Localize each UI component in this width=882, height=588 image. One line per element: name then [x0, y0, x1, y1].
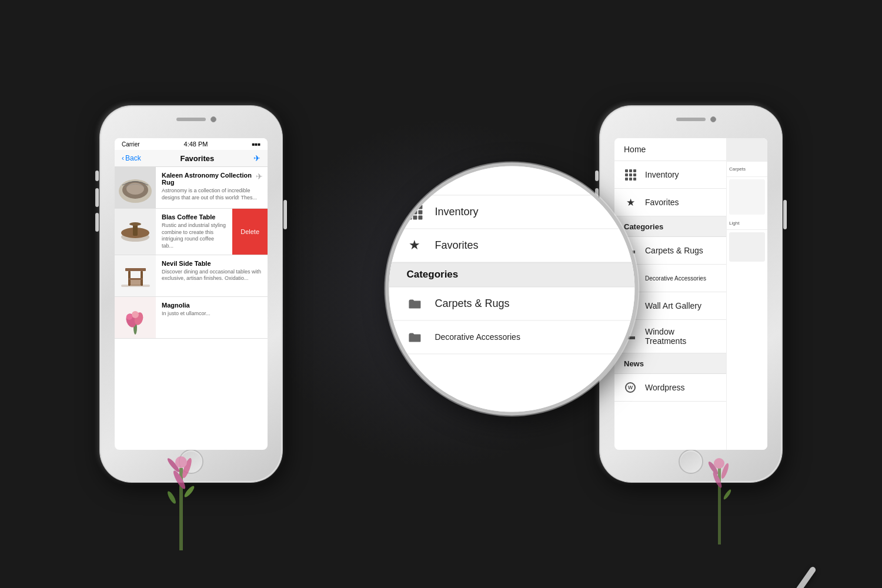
item-content: Magnolia In justo et ullamcor...: [156, 297, 268, 338]
back-label: Back: [125, 154, 141, 162]
item-description: Rustic and industrial styling combine to…: [162, 222, 226, 250]
list-item: Blas Coffee Table Rustic and industrial …: [115, 209, 268, 255]
wall-art-label: Wall Art Gallery: [645, 301, 701, 310]
mag-decorative-label: Decorative Accessories: [435, 332, 520, 342]
item-content: Blas Coffee Table Rustic and industrial …: [156, 209, 232, 255]
svg-rect-7: [125, 268, 146, 271]
mag-inventory-label: Inventory: [435, 206, 478, 218]
item-description: Astronomy is a collection of incredible …: [162, 188, 262, 201]
volume-up-button[interactable]: [95, 188, 99, 207]
scene: Carrier 4:48 PM ■■■ ‹ Back Favorites ✈: [29, 18, 853, 570]
front-camera-right: [710, 116, 716, 122]
item-content: Nevil Side Table Discover dining and occ…: [156, 255, 268, 296]
magnifier-menu: Home Inventory ★: [389, 166, 634, 412]
carrier-label: Carrier: [122, 141, 140, 148]
speaker-right: [676, 118, 706, 121]
svg-rect-12: [121, 285, 150, 287]
list-item: Nevil Side Table Discover dining and occ…: [115, 255, 268, 297]
share-icon[interactable]: ✈: [253, 153, 260, 163]
carpets-label: Carpets & Rugs: [645, 246, 703, 255]
time-label: 4:48 PM: [184, 141, 208, 148]
battery-icon: ■■■: [252, 142, 261, 147]
svg-point-17: [126, 314, 132, 320]
mute-button[interactable]: [95, 171, 99, 181]
svg-point-2: [126, 183, 144, 195]
mag-categories-header: Categories: [389, 262, 634, 287]
speaker: [176, 118, 206, 121]
power-button-right[interactable]: [783, 200, 787, 229]
share-item-icon[interactable]: ✈: [256, 172, 263, 181]
item-description: Discover dining and occasional tables wi…: [162, 269, 262, 282]
decorative-label: Decorative Accessories: [645, 275, 706, 282]
item-image: [115, 297, 156, 338]
delete-button[interactable]: Delete: [232, 209, 268, 255]
mag-favorites-label: Favorites: [435, 239, 478, 252]
volume-down-button[interactable]: [95, 213, 99, 232]
magnifier-handle: [758, 566, 817, 588]
mag-menu-item-decorative[interactable]: Decorative Accessories: [389, 320, 634, 354]
status-bar: Carrier 4:48 PM ■■■: [115, 138, 268, 150]
svg-point-30: [723, 489, 732, 500]
back-button[interactable]: ‹ Back: [122, 154, 141, 162]
mag-menu-item-favorites[interactable]: ★ Favorites: [389, 229, 634, 262]
mag-menu-item-inventory[interactable]: Inventory: [389, 195, 634, 229]
favorites-label: Favorites: [645, 198, 679, 207]
mag-menu-item-carpets[interactable]: Carpets & Rugs: [389, 287, 634, 320]
left-phone-screen: Carrier 4:48 PM ■■■ ‹ Back Favorites ✈: [115, 138, 268, 450]
inventory-label: Inventory: [645, 170, 679, 179]
power-button[interactable]: [283, 200, 287, 229]
mag-folder-icon-decorative: [406, 329, 423, 345]
item-title: Nevil Side Table: [162, 260, 262, 267]
home-label: Home: [624, 145, 646, 154]
list-item: Magnolia In justo et ullamcor...: [115, 297, 268, 339]
mag-carpets-label: Carpets & Rugs: [435, 298, 509, 310]
mag-star-icon: ★: [406, 237, 423, 253]
wordpress-label: Wordpress: [645, 383, 684, 392]
left-phone: Carrier 4:48 PM ■■■ ‹ Back Favorites ✈: [100, 106, 282, 482]
screen-title: Favorites: [180, 154, 214, 163]
item-image: [115, 167, 156, 208]
mag-home-label: Home: [406, 178, 435, 189]
svg-point-24: [166, 490, 178, 505]
item-content: Kaleen Astronomy Collection Rug Astronom…: [156, 167, 268, 208]
mag-folder-icon-carpets: [406, 295, 423, 312]
window-label: Window Treatments: [645, 327, 717, 346]
mag-categories-label: Categories: [406, 269, 458, 280]
flower-decoration-right: [691, 439, 750, 547]
item-description: In justo et ullamcor...: [162, 310, 262, 318]
magnifier-overlay: Home Inventory ★: [385, 162, 638, 415]
flower-decoration-left: [147, 433, 218, 553]
back-chevron-icon: ‹: [122, 154, 124, 162]
svg-point-6: [129, 222, 141, 226]
favorites-list: Kaleen Astronomy Collection Rug Astronom…: [115, 167, 268, 339]
right-partial-panel: Carpets Light: [726, 138, 767, 450]
item-title: Magnolia: [162, 302, 262, 309]
item-image: [115, 209, 156, 255]
front-camera: [211, 116, 216, 122]
mag-grid-icon: [406, 203, 423, 220]
svg-point-16: [132, 311, 139, 318]
menu-item-home[interactable]: Home: [614, 138, 726, 161]
magnifier-content: Home Inventory ★: [389, 166, 634, 412]
navigation-bar: ‹ Back Favorites ✈: [115, 150, 268, 167]
item-image: [115, 255, 156, 296]
svg-point-22: [175, 456, 187, 468]
list-item: Kaleen Astronomy Collection Rug Astronom…: [115, 167, 268, 209]
mag-home-row: Home: [389, 172, 634, 195]
item-title: Kaleen Astronomy Collection Rug: [162, 172, 262, 186]
svg-point-29: [714, 458, 724, 469]
item-title: Blas Coffee Table: [162, 213, 226, 220]
svg-rect-10: [128, 278, 143, 280]
